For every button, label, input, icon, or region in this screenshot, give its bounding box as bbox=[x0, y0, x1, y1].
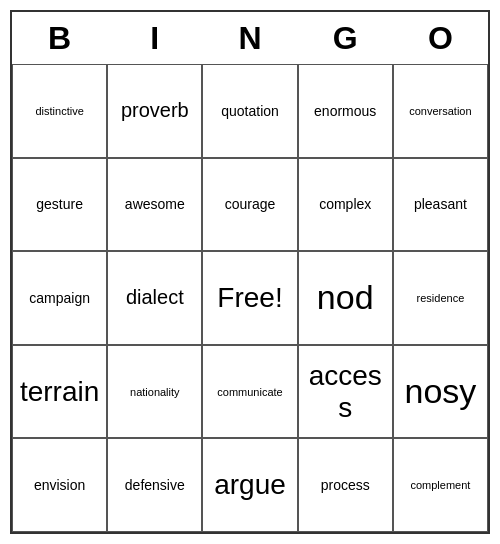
bingo-cell-1-0: gesture bbox=[12, 158, 107, 252]
bingo-cell-1-2: courage bbox=[202, 158, 297, 252]
bingo-cell-4-2: argue bbox=[202, 438, 297, 532]
cell-text-3-2: communicate bbox=[217, 386, 282, 398]
bingo-cell-2-2: Free! bbox=[202, 251, 297, 345]
bingo-row-1: gestureawesomecouragecomplexpleasant bbox=[12, 158, 488, 252]
bingo-cell-4-1: defensive bbox=[107, 438, 202, 532]
bingo-cell-3-1: nationality bbox=[107, 345, 202, 439]
bingo-cell-4-0: envision bbox=[12, 438, 107, 532]
cell-text-4-3: process bbox=[321, 477, 370, 493]
bingo-cell-1-1: awesome bbox=[107, 158, 202, 252]
cell-text-1-2: courage bbox=[225, 196, 276, 212]
cell-text-3-1: nationality bbox=[130, 386, 180, 398]
bingo-cell-3-3: access bbox=[298, 345, 393, 439]
cell-text-1-3: complex bbox=[319, 196, 371, 212]
bingo-body: distinctiveproverbquotationenormousconve… bbox=[12, 64, 488, 532]
bingo-card: BINGO distinctiveproverbquotationenormou… bbox=[10, 10, 490, 534]
bingo-header: BINGO bbox=[12, 12, 488, 64]
bingo-cell-2-4: residence bbox=[393, 251, 488, 345]
bingo-cell-2-0: campaign bbox=[12, 251, 107, 345]
cell-text-2-2: Free! bbox=[217, 282, 282, 314]
cell-text-0-4: conversation bbox=[409, 105, 471, 117]
bingo-cell-3-0: terrain bbox=[12, 345, 107, 439]
cell-text-4-2: argue bbox=[214, 469, 286, 501]
bingo-cell-0-0: distinctive bbox=[12, 64, 107, 158]
bingo-cell-3-2: communicate bbox=[202, 345, 297, 439]
cell-text-4-0: envision bbox=[34, 477, 85, 493]
bingo-cell-0-1: proverb bbox=[107, 64, 202, 158]
header-letter-n: N bbox=[202, 12, 297, 64]
cell-text-2-4: residence bbox=[417, 292, 465, 304]
cell-text-1-0: gesture bbox=[36, 196, 83, 212]
header-letter-o: O bbox=[393, 12, 488, 64]
header-letter-g: G bbox=[298, 12, 393, 64]
bingo-cell-1-4: pleasant bbox=[393, 158, 488, 252]
cell-text-0-2: quotation bbox=[221, 103, 279, 119]
bingo-row-0: distinctiveproverbquotationenormousconve… bbox=[12, 64, 488, 158]
bingo-cell-1-3: complex bbox=[298, 158, 393, 252]
bingo-row-3: terrainnationalitycommunicateaccessnosy bbox=[12, 345, 488, 439]
bingo-cell-0-2: quotation bbox=[202, 64, 297, 158]
cell-text-2-1: dialect bbox=[126, 286, 184, 309]
cell-text-1-4: pleasant bbox=[414, 196, 467, 212]
bingo-cell-3-4: nosy bbox=[393, 345, 488, 439]
cell-text-0-1: proverb bbox=[121, 99, 189, 122]
header-letter-b: B bbox=[12, 12, 107, 64]
cell-text-1-1: awesome bbox=[125, 196, 185, 212]
cell-text-3-3: access bbox=[303, 360, 388, 424]
cell-text-3-4: nosy bbox=[405, 372, 477, 411]
cell-text-2-0: campaign bbox=[29, 290, 90, 306]
cell-text-2-3: nod bbox=[317, 278, 374, 317]
bingo-cell-0-3: enormous bbox=[298, 64, 393, 158]
bingo-cell-2-1: dialect bbox=[107, 251, 202, 345]
bingo-cell-4-4: complement bbox=[393, 438, 488, 532]
bingo-cell-2-3: nod bbox=[298, 251, 393, 345]
cell-text-0-0: distinctive bbox=[35, 105, 83, 117]
bingo-row-2: campaigndialectFree!nodresidence bbox=[12, 251, 488, 345]
header-letter-i: I bbox=[107, 12, 202, 64]
cell-text-3-0: terrain bbox=[20, 376, 99, 408]
bingo-row-4: envisiondefensiveargueprocesscomplement bbox=[12, 438, 488, 532]
cell-text-4-4: complement bbox=[410, 479, 470, 491]
cell-text-4-1: defensive bbox=[125, 477, 185, 493]
cell-text-0-3: enormous bbox=[314, 103, 376, 119]
bingo-cell-0-4: conversation bbox=[393, 64, 488, 158]
bingo-cell-4-3: process bbox=[298, 438, 393, 532]
